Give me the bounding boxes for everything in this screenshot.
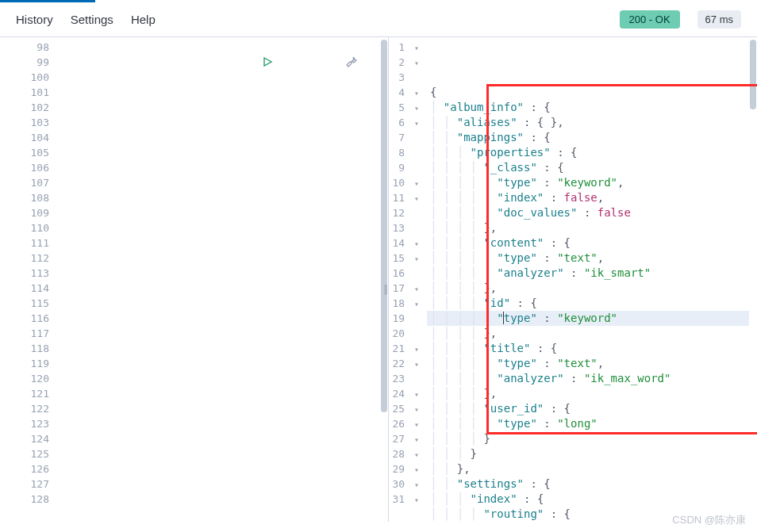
code-line[interactable] [57,115,380,130]
line-number: 30 ▾ [389,477,419,492]
code-line[interactable]: │ │ │ │ }, [427,386,749,401]
code-line[interactable] [57,416,380,431]
line-number: 118 [0,341,49,356]
line-number: 98 [0,40,49,55]
line-number: 113 [0,266,49,281]
line-number: 101 [0,85,49,100]
code-line[interactable] [57,190,380,205]
code-line[interactable] [57,311,380,326]
code-line[interactable] [57,507,380,522]
line-number: 31 ▾ [389,492,419,507]
line-number: 106 [0,160,49,175]
watermark: CSDN @陈亦康 [672,513,746,522]
right-scroll-thumb[interactable] [750,40,756,109]
line-number: 19 [389,311,419,326]
code-line[interactable]: │ │ │ │ │ "type" : "long" [427,416,749,431]
run-actions [194,40,358,87]
line-number: 103 [0,115,49,130]
wrench-icon[interactable] [279,40,358,87]
line-number: 111 [0,235,49,251]
line-number: 124 [0,431,49,446]
code-line[interactable] [57,130,380,145]
code-line[interactable]: │ │ │ │ │ "type" : "keyword" [427,311,749,326]
code-line[interactable]: │ │ │ │ }, [427,220,749,235]
code-line[interactable] [57,477,380,492]
code-line[interactable] [57,281,380,296]
code-line[interactable]: │ │ │ │ │ "type" : "text", [427,356,749,371]
code-line[interactable]: │ │ "settings" : { [427,477,749,492]
line-number: 104 [0,130,49,145]
code-line[interactable]: │ │ │ │ │ "analyzer" : "ik_max_word" [427,371,749,386]
code-line[interactable]: │ │ │ │ }, [427,281,749,296]
line-number: 109 [0,205,49,220]
code-line[interactable]: │ │ │ │ "user_id" : { [427,401,749,416]
code-line[interactable] [57,235,380,251]
code-line[interactable]: │ "album_info" : { [427,100,749,115]
code-line[interactable] [57,175,380,190]
code-line[interactable]: │ │ │ │ │ "index" : false, [427,190,749,205]
line-number: 2 ▾ [389,55,419,70]
left-scrollbar[interactable] [380,37,388,522]
code-line[interactable] [57,341,380,356]
request-editor[interactable] [57,37,380,522]
code-line[interactable] [57,100,380,115]
line-number: 110 [0,220,49,235]
line-number: 10 ▾ [389,175,419,190]
line-number: 13 [389,220,419,235]
code-line[interactable]: { [427,85,749,100]
pane-resize-handle[interactable]: ∥ [383,281,394,294]
code-line[interactable]: │ │ │ │ │ "doc_values" : false [427,205,749,220]
code-line[interactable] [57,446,380,461]
code-line[interactable]: │ │ │ │ │ "type" : "text", [427,251,749,266]
code-line[interactable] [57,431,380,446]
code-line[interactable]: │ │ │ │ "id" : { [427,296,749,311]
code-line[interactable]: │ │ │ │ "_class" : { [427,160,749,175]
code-line[interactable] [57,492,380,507]
line-number: 12 [389,205,419,220]
line-number: 18 ▾ [389,296,419,311]
code-line[interactable] [57,251,380,266]
code-line[interactable]: │ │ │ │ │ "type" : "keyword", [427,175,749,190]
code-line[interactable]: │ │ │ "index" : { [427,492,749,507]
code-line[interactable] [57,266,380,281]
code-line[interactable]: │ │ │ │ }, [427,326,749,341]
response-viewer[interactable]: {│ "album_info" : {│ │ "aliases" : { },│… [427,37,749,522]
line-number: 28 ▾ [389,446,419,461]
code-line[interactable] [57,371,380,386]
code-line[interactable] [57,160,380,175]
response-pane: ∥ 1 ▾2 ▾3 4 ▾5 ▾6 ▾7 8 9 10 ▾11 ▾12 13 1… [389,37,757,522]
settings-link[interactable]: Settings [71,13,113,26]
line-number: 127 [0,477,49,492]
line-number: 4 ▾ [389,85,419,100]
code-line[interactable] [57,461,380,477]
code-line[interactable]: │ │ │ │ │ "analyzer" : "ik_smart" [427,266,749,281]
play-icon[interactable] [194,40,273,87]
code-line[interactable]: │ │ "mappings" : { [427,130,749,145]
code-line[interactable] [57,296,380,311]
code-line[interactable] [57,220,380,235]
code-line[interactable]: │ │ │ │ } [427,431,749,446]
editor-panes: 9899100101102103104105106107108109110111… [0,37,757,522]
code-line[interactable] [57,326,380,341]
status-badge: 200 - OK [620,10,680,29]
left-scroll-thumb[interactable] [381,40,387,412]
line-number: 119 [0,356,49,371]
code-line[interactable] [57,145,380,160]
code-line[interactable]: │ │ │ │ "content" : { [427,235,749,251]
code-line[interactable]: │ │ │ } [427,446,749,461]
right-scrollbar[interactable] [749,37,757,522]
code-line[interactable] [57,356,380,371]
line-number: 14 ▾ [389,235,419,251]
code-line[interactable] [57,386,380,401]
code-line[interactable]: │ │ │ "properties" : { [427,145,749,160]
code-line[interactable]: │ │ "aliases" : { }, [427,115,749,130]
line-number: 112 [0,251,49,266]
code-line[interactable]: │ │ }, [427,461,749,477]
line-number: 117 [0,326,49,341]
history-link[interactable]: History [16,13,53,26]
code-line[interactable] [57,205,380,220]
help-link[interactable]: Help [131,13,156,26]
code-line[interactable] [57,401,380,416]
line-number: 105 [0,145,49,160]
code-line[interactable]: │ │ │ │ "title" : { [427,341,749,356]
